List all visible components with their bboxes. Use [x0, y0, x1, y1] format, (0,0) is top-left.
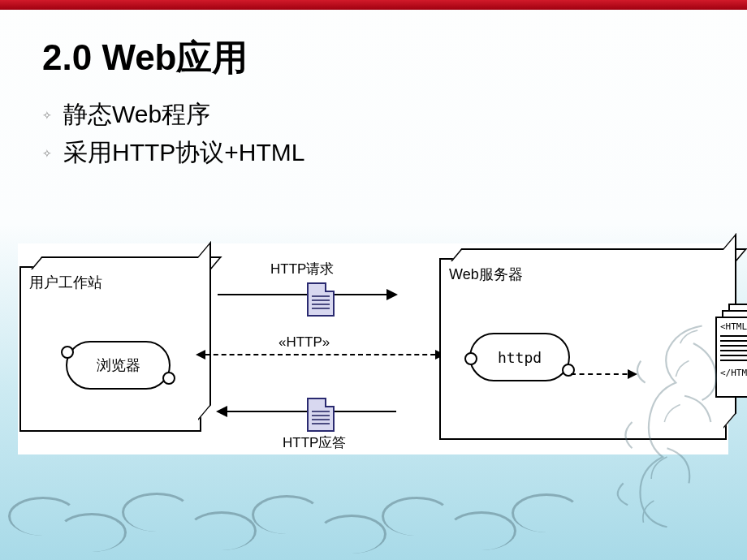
document-icon: [307, 282, 335, 317]
port-icon: [464, 352, 477, 365]
bullet-diamond-icon: ✧: [42, 147, 52, 160]
browser-component: 浏览器: [66, 341, 171, 390]
bullet-item: ✧ 静态Web程序: [42, 98, 747, 131]
dragon-decoration-icon: [560, 308, 739, 536]
slide-title: 2.0 Web应用: [42, 34, 747, 82]
top-accent-bar: [0, 0, 747, 10]
http-link-icon: [197, 354, 443, 355]
bullet-text: 采用HTTP协议+HTML: [63, 136, 305, 170]
document-icon: [307, 398, 335, 432]
httpd-component: httpd: [469, 333, 570, 381]
port-icon: [162, 372, 175, 385]
client-node-label: 用户工作站: [29, 273, 102, 292]
bullet-list: ✧ 静态Web程序 ✧ 采用HTTP协议+HTML: [42, 98, 747, 170]
http-request-label: HTTP请求: [270, 260, 334, 278]
server-node-label: Web服务器: [449, 265, 523, 284]
protocol-label: «HTTP»: [279, 334, 330, 351]
bullet-text: 静态Web程序: [63, 98, 210, 131]
client-node: 用户工作站 浏览器: [19, 266, 201, 432]
port-icon: [61, 346, 74, 359]
bullet-diamond-icon: ✧: [42, 109, 52, 122]
http-response-label: HTTP应答: [283, 433, 346, 452]
httpd-label: httpd: [498, 349, 542, 366]
bullet-item: ✧ 采用HTTP协议+HTML: [42, 136, 747, 170]
browser-label: 浏览器: [97, 355, 140, 375]
connection-area: HTTP请求 «HTTP» HTTP应答: [201, 260, 439, 438]
